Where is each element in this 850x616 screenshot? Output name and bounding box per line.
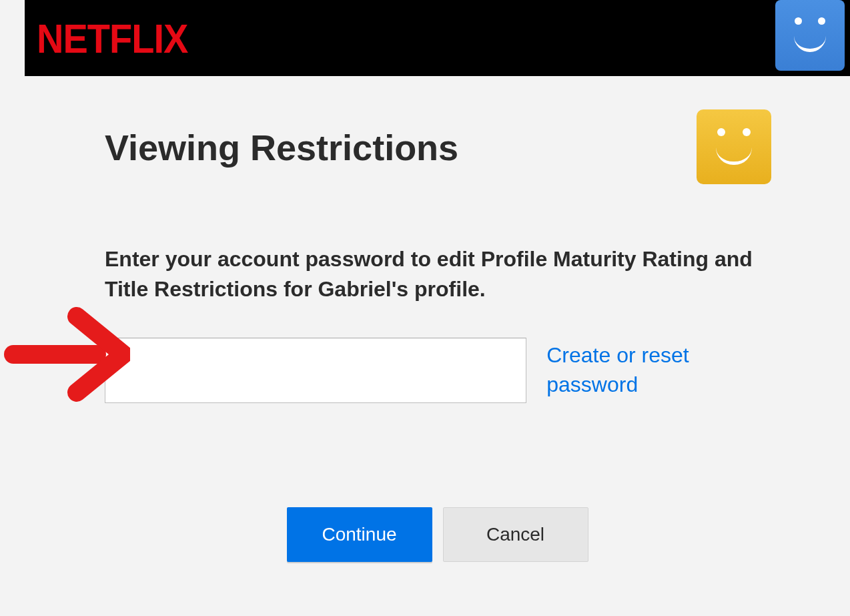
instruction-text: Enter your account password to edit Prof… [25, 244, 850, 304]
content-area: Viewing Restrictions Enter your account … [25, 76, 850, 562]
profile-avatar [697, 109, 771, 184]
header: NETFLIX [25, 0, 850, 76]
continue-button[interactable]: Continue [287, 507, 432, 562]
reset-password-link[interactable]: Create or reset password [546, 341, 771, 398]
account-avatar[interactable] [775, 0, 845, 71]
page-title: Viewing Restrictions [105, 127, 458, 168]
cancel-button[interactable]: Cancel [443, 507, 588, 562]
password-input[interactable] [105, 338, 526, 403]
netflix-logo: NETFLIX [37, 14, 187, 62]
